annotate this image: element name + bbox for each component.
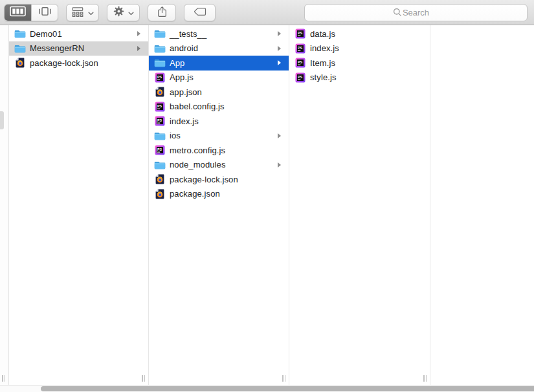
group-button[interactable] — [66, 4, 99, 21]
file-row[interactable]: PSItem.js — [289, 56, 430, 71]
disclosure-chevron-icon — [278, 46, 281, 51]
toolbar — [0, 0, 534, 25]
file-row[interactable]: PSbabel.config.js — [149, 100, 289, 114]
ps-file-icon: PS — [154, 72, 166, 83]
folder-icon — [154, 160, 166, 170]
folder-row[interactable]: App — [149, 56, 289, 71]
svg-text:PS: PS — [298, 46, 303, 50]
ps-file-icon: PS — [295, 58, 306, 68]
folder-row[interactable]: Demo01 — [9, 27, 148, 41]
disclosure-chevron-icon — [137, 46, 140, 51]
file-row[interactable]: PSmetro.config.js — [149, 143, 289, 158]
disclosure-chevron-icon — [278, 162, 281, 168]
chevron-down-icon — [88, 8, 94, 17]
json-file-icon — [14, 58, 26, 68]
search-field — [304, 4, 528, 21]
folder-icon — [154, 28, 166, 39]
file-row[interactable]: package-lock.json — [9, 56, 148, 71]
column-view-button[interactable] — [5, 5, 31, 21]
file-name: android — [170, 43, 198, 53]
file-name: metro.config.js — [170, 146, 225, 155]
folder-icon — [154, 58, 166, 68]
column-resize-handle[interactable] — [2, 375, 6, 382]
file-row[interactable]: PSindex.js — [289, 41, 430, 56]
ps-file-icon: PS — [154, 102, 166, 112]
disclosure-chevron-icon — [278, 133, 281, 138]
gear-icon — [113, 6, 124, 19]
file-name: style.js — [310, 72, 337, 82]
horizontal-scrollbar-thumb[interactable] — [41, 386, 534, 391]
column-browser: Demo01MessengerRNpackage-lock.json __tes… — [0, 25, 534, 385]
finder-column-4 — [430, 25, 534, 385]
file-row[interactable]: PSindex.js — [149, 114, 289, 129]
ps-file-icon: PS — [295, 28, 306, 39]
file-name: __tests__ — [170, 29, 206, 39]
disclosure-chevron-icon — [278, 60, 281, 65]
ps-file-icon: PS — [154, 145, 166, 155]
share-button[interactable] — [148, 4, 176, 21]
finder-window: Demo01MessengerRNpackage-lock.json __tes… — [0, 0, 534, 392]
file-row[interactable]: package.json — [149, 187, 289, 202]
gallery-view-icon — [37, 6, 53, 19]
svg-text:PS: PS — [157, 148, 162, 152]
tags-button[interactable] — [184, 4, 216, 21]
file-name: package-lock.json — [170, 175, 238, 184]
column-resize-handle[interactable] — [142, 375, 146, 382]
file-name: index.js — [170, 116, 199, 126]
svg-text:PS: PS — [298, 32, 303, 36]
file-row[interactable]: PSApp.js — [149, 71, 289, 85]
file-row[interactable]: app.json — [149, 85, 289, 100]
folder-row[interactable]: android — [149, 41, 289, 56]
file-name: node_modules — [170, 160, 226, 169]
column-resize-handle[interactable] — [423, 375, 428, 382]
folder-row[interactable]: ios — [149, 129, 289, 144]
columns-view-icon — [10, 6, 26, 19]
column-resize-handle[interactable] — [282, 375, 287, 382]
file-name: App — [170, 58, 184, 68]
group-icon — [71, 6, 84, 19]
collapsed-sidebar-strip — [0, 25, 9, 385]
file-row[interactable]: PSdata.js — [289, 27, 430, 41]
ps-file-icon: PS — [154, 116, 166, 126]
svg-text:PS: PS — [157, 119, 162, 123]
file-name: package.json — [170, 189, 220, 199]
finder-column-2: __tests__androidAppPSApp.jsapp.jsonPSbab… — [149, 25, 289, 385]
json-file-icon — [154, 87, 166, 97]
json-file-icon — [154, 174, 166, 184]
file-name: babel.config.js — [170, 102, 225, 111]
svg-text:PS: PS — [157, 75, 162, 79]
sidebar-grip[interactable] — [0, 111, 4, 129]
file-name: package-lock.json — [30, 58, 98, 68]
folder-icon — [154, 131, 166, 141]
horizontal-scrollbar[interactable] — [0, 385, 534, 392]
svg-text:PS: PS — [298, 75, 303, 79]
folder-row[interactable]: MessengerRN — [9, 41, 148, 56]
file-name: app.json — [170, 87, 202, 97]
svg-text:PS: PS — [298, 61, 303, 65]
folder-icon — [154, 43, 166, 54]
ps-file-icon: PS — [295, 43, 306, 54]
tag-icon — [194, 7, 206, 18]
folder-row[interactable]: node_modules — [149, 158, 289, 173]
file-name: ios — [170, 131, 181, 140]
file-row[interactable]: PSstyle.js — [289, 71, 430, 85]
disclosure-chevron-icon — [137, 31, 140, 36]
search-input[interactable] — [304, 4, 528, 21]
svg-text:PS: PS — [157, 104, 162, 108]
file-name: App.js — [170, 72, 194, 82]
finder-column-1: Demo01MessengerRNpackage-lock.json — [9, 25, 149, 385]
file-row[interactable]: package-lock.json — [149, 172, 289, 187]
gallery-view-button[interactable] — [31, 5, 58, 21]
folder-icon — [14, 28, 26, 39]
action-menu-button[interactable] — [107, 4, 140, 21]
share-icon — [157, 6, 167, 19]
finder-column-3: PSdata.jsPSindex.jsPSItem.jsPSstyle.js — [289, 25, 430, 385]
file-name: Item.js — [310, 58, 335, 68]
file-name: Demo01 — [30, 29, 62, 39]
chevron-down-icon — [128, 8, 134, 17]
folder-icon — [14, 43, 26, 54]
json-file-icon — [154, 189, 166, 199]
file-name: index.js — [310, 43, 339, 53]
file-name: data.js — [310, 29, 335, 39]
folder-row[interactable]: __tests__ — [149, 27, 289, 41]
